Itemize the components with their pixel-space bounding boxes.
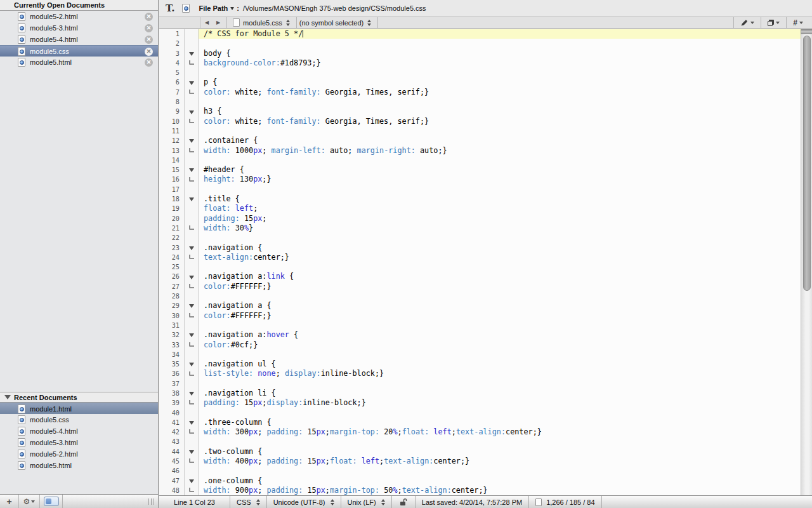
chevron-down-icon[interactable] [230, 7, 234, 10]
fold-open-icon[interactable] [185, 359, 199, 369]
fold-open-icon[interactable] [185, 136, 199, 145]
scrollbar-thumb[interactable] [803, 36, 811, 291]
lock-status[interactable] [392, 496, 416, 508]
code-line[interactable]: 35.navigation ul { [159, 359, 801, 369]
symbol-dropdown[interactable]: (no symbol selected) [299, 19, 364, 27]
code-line[interactable]: 20padding: 15px; [159, 214, 801, 224]
code-line[interactable]: 11 [159, 126, 801, 136]
recent-documents-header[interactable]: Recent Documents [0, 392, 158, 403]
fold-open-icon[interactable] [185, 330, 199, 340]
code-line[interactable]: 13width: 1000px; margin-left: auto; marg… [159, 146, 801, 156]
document-list-item[interactable]: module5-3.html [0, 437, 158, 448]
document-list-item[interactable]: module5.css [0, 414, 158, 425]
code-line[interactable]: 22 [159, 233, 801, 243]
code-line[interactable]: 18.title { [159, 194, 801, 204]
code-line[interactable]: 29.navigation a { [159, 301, 801, 311]
code-line[interactable]: 48width: 900px; padding: 15px;margin-top… [159, 486, 801, 495]
code-line[interactable]: 3body { [159, 49, 801, 58]
fold-open-icon[interactable] [185, 49, 199, 58]
document-list-item[interactable]: module1.html [0, 403, 158, 414]
document-list-item[interactable]: module5.html✕ [0, 57, 158, 68]
document-list-item[interactable]: module5-4.html [0, 425, 158, 437]
code-line[interactable]: 38.navigation li { [159, 389, 801, 398]
code-line[interactable]: 41.three-column { [159, 418, 801, 427]
fold-open-icon[interactable] [185, 165, 199, 175]
code-line[interactable]: 43 [159, 437, 801, 446]
close-icon[interactable]: ✕ [145, 58, 153, 67]
code-line[interactable]: 12.container { [159, 136, 801, 145]
code-line[interactable]: 2 [159, 39, 801, 48]
file-dropdown[interactable]: module5.css [243, 19, 282, 27]
fold-open-icon[interactable] [185, 194, 199, 204]
fold-open-icon[interactable] [185, 77, 199, 87]
fold-open-icon[interactable] [185, 243, 199, 253]
fold-open-icon[interactable] [185, 476, 199, 486]
code-line[interactable]: 16height: 130px;} [159, 175, 801, 184]
vertical-scrollbar[interactable] [801, 34, 812, 495]
pencil-menu-button[interactable] [737, 19, 758, 27]
document-list-item[interactable]: module5.css✕ [0, 45, 158, 57]
code-line[interactable]: 19float: left; [159, 204, 801, 213]
code-line[interactable]: 31 [159, 321, 801, 330]
code-line[interactable]: 33color:#0cf;} [159, 340, 801, 350]
code-line[interactable]: 8 [159, 97, 801, 107]
code-line[interactable]: 36list-style: none; display:inline-block… [159, 369, 801, 378]
code-line[interactable]: 26.navigation a:link { [159, 272, 801, 281]
document-list-item[interactable]: module5-2.html [0, 448, 158, 460]
code-line[interactable]: 7color: white; font-family: Georgia, Tim… [159, 88, 801, 97]
encoding-menu[interactable]: Unicode (UTF-8) [267, 496, 341, 508]
new-document-button[interactable]: + [0, 495, 19, 508]
back-button[interactable]: ◀ [201, 20, 213, 25]
code-line[interactable]: 17 [159, 185, 801, 194]
sidebar-resize-handle[interactable] [148, 498, 154, 505]
code-line[interactable]: 14 [159, 156, 801, 165]
code-line[interactable]: 5 [159, 68, 801, 77]
close-icon[interactable]: ✕ [145, 48, 153, 56]
code-line[interactable]: 30color:#FFFFFF;} [159, 311, 801, 321]
code-line[interactable]: 28 [159, 291, 801, 301]
code-line[interactable]: 42width: 300px; padding: 15px;margin-top… [159, 427, 801, 437]
code-line[interactable]: 25 [159, 262, 801, 272]
close-icon[interactable]: ✕ [145, 24, 153, 32]
language-menu[interactable]: CSS [230, 496, 267, 508]
code-line[interactable]: 10color: white; font-family: Georgia, Ti… [159, 117, 801, 126]
file-path-label[interactable]: File Path [199, 4, 228, 12]
document-list-item[interactable]: module5.html [0, 460, 158, 471]
marker-menu-button[interactable]: # [789, 18, 807, 27]
actions-menu-button[interactable]: ⚙ [19, 495, 40, 508]
code-line[interactable]: 47.one-column { [159, 476, 801, 486]
code-line[interactable]: 46 [159, 466, 801, 476]
documents-menu-button[interactable] [764, 20, 783, 26]
fold-open-icon[interactable] [185, 107, 199, 116]
split-pane-handle[interactable] [801, 29, 812, 34]
code-line[interactable]: 45width: 400px; padding: 15px;float: lef… [159, 457, 801, 466]
code-line[interactable]: 27color:#FFFFFF;} [159, 282, 801, 291]
document-list-item[interactable]: module5-2.html✕ [0, 11, 158, 22]
document-list-item[interactable]: module5-4.html✕ [0, 34, 158, 45]
code-line[interactable]: 15#header { [159, 165, 801, 175]
fold-open-icon[interactable] [185, 301, 199, 311]
code-line[interactable]: 40 [159, 408, 801, 418]
code-line[interactable]: 32.navigation a:hover { [159, 330, 801, 340]
code-line[interactable]: 37 [159, 379, 801, 389]
code-line[interactable]: 34 [159, 350, 801, 359]
symbol-dropdown-stepper-icon[interactable] [367, 20, 371, 26]
fold-open-icon[interactable] [185, 447, 199, 457]
code-line[interactable]: 39padding: 15px;display:inline-block;} [159, 398, 801, 408]
disclosure-triangle-icon[interactable] [4, 395, 11, 399]
code-line[interactable]: 44.two-column { [159, 447, 801, 457]
code-line[interactable]: 9h3 { [159, 107, 801, 116]
sidebar-toggle-button[interactable] [44, 497, 59, 506]
code-line[interactable]: 24text-align:center;} [159, 253, 801, 262]
close-icon[interactable]: ✕ [145, 36, 153, 44]
document-icon[interactable] [182, 4, 190, 13]
close-icon[interactable]: ✕ [145, 13, 153, 21]
line-endings-menu[interactable]: Unix (LF) [341, 496, 392, 508]
code-line[interactable]: 4background-color:#1d8793;} [159, 58, 801, 68]
file-dropdown-stepper-icon[interactable] [286, 20, 290, 26]
code-line[interactable]: 23.navigation { [159, 243, 801, 253]
forward-button[interactable]: ▶ [213, 20, 224, 25]
document-list-item[interactable]: module5-3.html✕ [0, 22, 158, 34]
code-line[interactable]: 21width: 30%} [159, 224, 801, 233]
fold-open-icon[interactable] [185, 272, 199, 281]
